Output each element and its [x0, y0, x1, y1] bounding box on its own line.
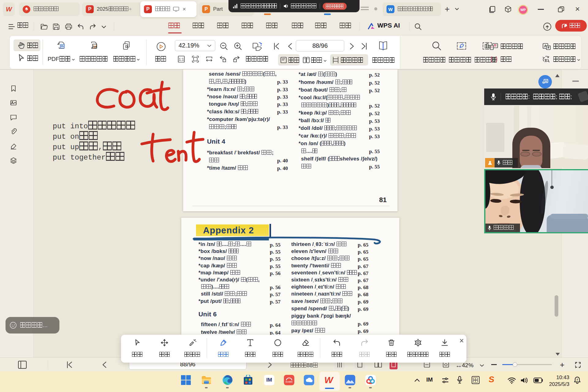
- svg-text:z: z: [577, 378, 578, 381]
- svg-text:W: W: [545, 80, 547, 83]
